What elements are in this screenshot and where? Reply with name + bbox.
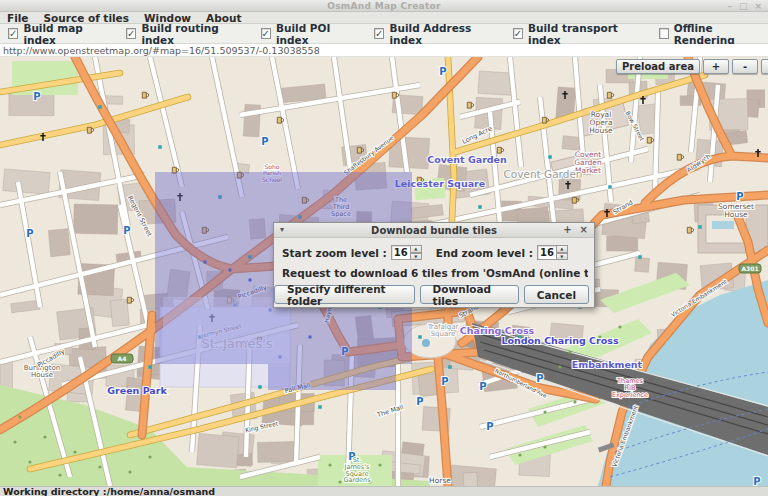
parking-icon: P bbox=[486, 421, 493, 432]
zoom-in-button[interactable]: + bbox=[703, 59, 729, 74]
end-zoom-spinner: 16 ▲ ▼ bbox=[537, 245, 568, 260]
end-zoom-down-icon[interactable]: ▼ bbox=[557, 253, 568, 261]
map-label: Horse bbox=[429, 476, 451, 485]
map-label: Covent Garden bbox=[503, 168, 582, 180]
map-label: Green Park bbox=[107, 385, 167, 396]
parking-icon: P bbox=[441, 376, 448, 387]
title-bar[interactable]: OsmAnd Map Creator – □ × bbox=[0, 0, 768, 12]
shield-icon: A301 bbox=[739, 264, 761, 273]
start-zoom-spinner: 16 ▲ ▼ bbox=[391, 245, 422, 260]
map-label: RoyalOperaHouse bbox=[589, 110, 613, 135]
checkbox-label: Build transport index bbox=[528, 22, 643, 46]
metro-icon bbox=[318, 405, 322, 409]
checkbox-build-transport-index[interactable]: ✓Build transport index bbox=[513, 22, 643, 46]
checked-checkbox-icon[interactable]: ✓ bbox=[8, 28, 18, 39]
start-zoom-up-icon[interactable]: ▲ bbox=[411, 245, 422, 253]
metro-icon bbox=[98, 105, 102, 109]
parking-icon: P bbox=[123, 225, 130, 236]
svg-text:A301: A301 bbox=[741, 265, 758, 272]
checkbox-build-poi-index[interactable]: ✓Build POI index bbox=[261, 22, 359, 46]
checkbox-build-routing-index[interactable]: ✓Build routing index bbox=[126, 22, 244, 46]
end-zoom-input[interactable]: 16 bbox=[537, 245, 557, 260]
checked-checkbox-icon[interactable]: ✓ bbox=[126, 28, 136, 39]
checkbox-label: Offline Rendering bbox=[674, 22, 768, 46]
download-request-message: Request to download 6 tiles from 'OsmAnd… bbox=[282, 267, 588, 279]
dialog-title: Download bundle tiles bbox=[274, 225, 594, 236]
index-options-toolbar: ✓Build map index✓Build routing index✓Bui… bbox=[0, 24, 768, 44]
url-bar: http://www.openstreetmap.org/#map=16/51.… bbox=[0, 44, 768, 57]
metro-icon bbox=[608, 185, 612, 189]
dialog-plus-icon[interactable]: + bbox=[563, 224, 571, 235]
map-label: London Charing Cross bbox=[501, 335, 619, 346]
parking-icon: P bbox=[736, 191, 743, 202]
minimize-icon[interactable]: – bbox=[727, 1, 732, 11]
download-bundle-tiles-dialog: ▾ Download bundle tiles + × Start zoom l… bbox=[273, 222, 595, 308]
metro-icon bbox=[638, 255, 642, 259]
url-text[interactable]: http://www.openstreetmap.org/#map=16/51.… bbox=[3, 45, 320, 56]
parking-icon: P bbox=[26, 228, 33, 239]
parking-icon: P bbox=[753, 476, 760, 486]
end-zoom-up-icon[interactable]: ▲ bbox=[557, 245, 568, 253]
window-title: OsmAnd Map Creator bbox=[0, 1, 768, 11]
checkbox-label: Build map index bbox=[23, 22, 110, 46]
map-controls: Preload area + - · bbox=[616, 59, 768, 74]
map-label: Embankment bbox=[572, 359, 643, 370]
cancel-button[interactable]: Cancel bbox=[524, 285, 589, 304]
start-zoom-down-icon[interactable]: ▼ bbox=[411, 253, 422, 261]
metro-icon bbox=[158, 145, 162, 149]
checkbox-label: Build Address index bbox=[389, 22, 496, 46]
checkbox-offline-rendering[interactable]: Offline Rendering bbox=[659, 22, 768, 46]
maximize-icon[interactable]: □ bbox=[739, 1, 748, 11]
parking-icon: P bbox=[416, 396, 423, 407]
metro-icon bbox=[418, 335, 422, 339]
metro-icon bbox=[148, 365, 152, 369]
zoom-out-button[interactable]: - bbox=[732, 59, 758, 74]
extra-map-button[interactable]: · bbox=[761, 59, 768, 74]
checkbox-build-map-index[interactable]: ✓Build map index bbox=[8, 22, 110, 46]
status-bar: Working directory :/home/anna/osmand bbox=[0, 486, 768, 496]
status-text: Working directory :/home/anna/osmand bbox=[3, 486, 215, 496]
metro-icon bbox=[548, 155, 552, 159]
parking-icon: P bbox=[261, 136, 268, 147]
app-window: OsmAnd Map Creator – □ × FileSource of t… bbox=[0, 0, 768, 496]
start-zoom-label: Start zoom level : bbox=[282, 247, 387, 259]
checkbox-build-address-index[interactable]: ✓Build Address index bbox=[374, 22, 497, 46]
close-icon[interactable]: × bbox=[754, 1, 762, 11]
specify-different-folder-button[interactable]: Specify different folder bbox=[274, 285, 415, 304]
svg-text:A4: A4 bbox=[118, 355, 127, 362]
parking-icon: P bbox=[536, 373, 543, 384]
metro-icon bbox=[448, 365, 452, 369]
parking-icon: P bbox=[439, 66, 446, 77]
start-zoom-input[interactable]: 16 bbox=[391, 245, 411, 260]
parking-icon: P bbox=[33, 91, 40, 102]
dialog-close-icon[interactable]: × bbox=[580, 224, 588, 235]
checked-checkbox-icon[interactable]: ✓ bbox=[513, 28, 523, 39]
map-label: Covent Garden bbox=[427, 154, 507, 165]
unchecked-checkbox-icon[interactable] bbox=[659, 28, 669, 39]
metro-icon bbox=[478, 205, 482, 209]
dialog-title-bar[interactable]: ▾ Download bundle tiles + × bbox=[274, 223, 594, 238]
checked-checkbox-icon[interactable]: ✓ bbox=[261, 28, 271, 39]
preload-area-button[interactable]: Preload area bbox=[616, 59, 700, 74]
checkbox-label: Build routing index bbox=[141, 22, 244, 46]
metro-icon bbox=[258, 385, 262, 389]
checked-checkbox-icon[interactable]: ✓ bbox=[374, 28, 384, 39]
shield-icon: A4 bbox=[111, 354, 133, 363]
download-tiles-button[interactable]: Download tiles bbox=[420, 285, 519, 304]
parking-icon: P bbox=[479, 381, 486, 392]
metro-icon bbox=[698, 225, 702, 229]
map-label: TrafalgarSquare bbox=[427, 323, 459, 338]
checkbox-label: Build POI index bbox=[276, 22, 358, 46]
end-zoom-label: End zoom level : bbox=[436, 247, 533, 259]
